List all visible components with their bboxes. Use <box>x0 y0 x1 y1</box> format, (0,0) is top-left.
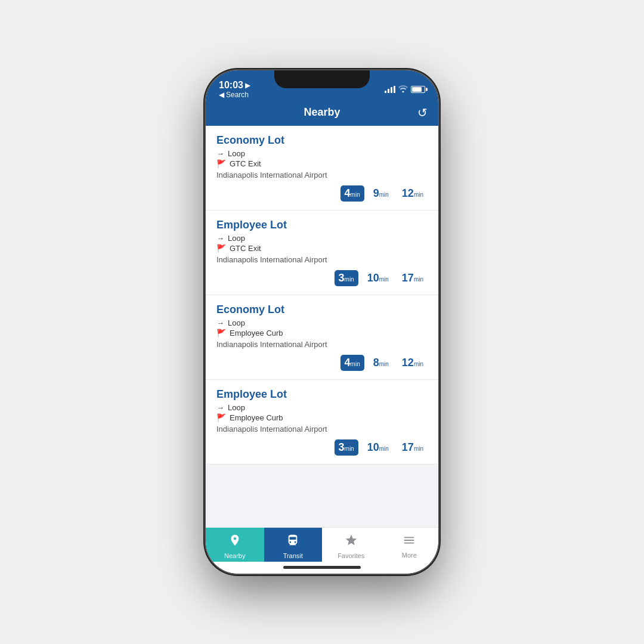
route-name-4: Employee Lot <box>216 388 428 401</box>
time-badge-3-2: 8min <box>369 355 393 371</box>
route-direction-2: → Loop <box>216 234 428 243</box>
direction-label-2: Loop <box>228 234 245 243</box>
time-display: 10:03 <box>219 80 243 91</box>
home-indicator <box>283 566 361 569</box>
empty-area <box>206 465 438 527</box>
stop-label-1: GTC Exit <box>230 159 261 168</box>
arrow-icon-2: → <box>216 234 224 243</box>
route-card-1[interactable]: Economy Lot → Loop 🚩 GTC Exit Indianapol… <box>206 126 438 210</box>
time-badge-2-2: 10min <box>363 270 393 286</box>
status-right <box>385 85 425 94</box>
battery-fill <box>412 87 422 92</box>
route-name-1: Economy Lot <box>216 134 428 147</box>
arrival-times-2: 3min 10min 17min <box>216 270 428 286</box>
time-badge-1-2: 9min <box>369 185 393 202</box>
route-airport-2: Indianapolis International Airport <box>216 255 428 264</box>
flag-icon-1: 🚩 <box>216 159 226 168</box>
route-card-4[interactable]: Employee Lot → Loop 🚩 Employee Curb Indi… <box>206 380 438 465</box>
back-icon: ◀ <box>219 91 224 99</box>
stop-label-2: GTC Exit <box>230 244 261 253</box>
time-badge-4-1: 3min <box>335 439 358 456</box>
direction-label-1: Loop <box>228 149 245 158</box>
favorites-label: Favorites <box>338 552 364 559</box>
transit-label: Transit <box>283 552 303 559</box>
time-badge-4-2: 10min <box>363 439 393 456</box>
tab-transit[interactable]: Transit <box>264 528 323 562</box>
route-stop-1: 🚩 GTC Exit <box>216 159 428 168</box>
arrival-times-4: 3min 10min 17min <box>216 439 428 456</box>
direction-label-4: Loop <box>228 403 245 412</box>
status-left: 10:03 ▶ ◀ Search <box>219 80 250 99</box>
flag-icon-4: 🚩 <box>216 413 226 422</box>
wifi-icon <box>398 85 408 94</box>
time-badge-1-1: 4min <box>340 185 364 202</box>
signal-icon <box>385 86 395 93</box>
time-badge-3-3: 12min <box>398 355 428 371</box>
refresh-button[interactable]: ↺ <box>417 106 428 120</box>
arrival-times-1: 4min 9min 12min <box>216 185 428 202</box>
route-card-3[interactable]: Economy Lot → Loop 🚩 Employee Curb India… <box>206 295 438 380</box>
tab-more[interactable]: More <box>380 528 439 562</box>
route-direction-4: → Loop <box>216 403 428 412</box>
route-stop-3: 🚩 Employee Curb <box>216 329 428 338</box>
time-badge-1-3: 12min <box>398 185 428 202</box>
time-badge-2-1: 3min <box>335 270 358 286</box>
transit-icon <box>286 534 299 550</box>
route-airport-1: Indianapolis International Airport <box>216 171 428 179</box>
page-title: Nearby <box>304 106 340 119</box>
time-badge-4-3: 17min <box>398 439 428 456</box>
more-label: More <box>402 552 417 559</box>
route-airport-3: Indianapolis International Airport <box>216 340 428 349</box>
location-arrow-icon: ▶ <box>245 82 250 89</box>
phone-screen: 10:03 ▶ ◀ Search <box>206 70 438 574</box>
more-icon <box>402 534 416 550</box>
route-name-2: Employee Lot <box>216 219 428 231</box>
stop-label-4: Employee Curb <box>230 413 283 422</box>
flag-icon-3: 🚩 <box>216 329 226 338</box>
route-airport-4: Indianapolis International Airport <box>216 425 428 434</box>
route-stop-4: 🚩 Employee Curb <box>216 413 428 422</box>
tab-nearby[interactable]: Nearby <box>206 528 264 562</box>
arrow-icon-1: → <box>216 149 224 158</box>
stop-label-3: Employee Curb <box>230 329 283 338</box>
back-label: Search <box>226 91 249 99</box>
route-stop-2: 🚩 GTC Exit <box>216 244 428 253</box>
time-badge-3-1: 4min <box>340 355 364 371</box>
nearby-label: Nearby <box>224 552 245 559</box>
tab-favorites[interactable]: Favorites <box>322 528 380 562</box>
favorites-icon <box>345 534 358 550</box>
battery-icon <box>411 86 425 93</box>
time-badge-2-3: 17min <box>398 270 428 286</box>
status-time: 10:03 ▶ <box>219 80 250 91</box>
arrow-icon-4: → <box>216 403 224 412</box>
route-direction-1: → Loop <box>216 149 428 158</box>
arrow-icon-3: → <box>216 318 224 327</box>
notch <box>274 70 370 88</box>
nav-bar: Nearby ↺ <box>206 101 438 126</box>
arrival-times-3: 4min 8min 12min <box>216 355 428 371</box>
flag-icon-2: 🚩 <box>216 244 226 253</box>
content-area: Economy Lot → Loop 🚩 GTC Exit Indianapol… <box>206 126 438 527</box>
nearby-icon <box>228 534 242 550</box>
direction-label-3: Loop <box>228 318 245 327</box>
phone-frame: 10:03 ▶ ◀ Search <box>206 70 438 574</box>
route-card-2[interactable]: Employee Lot → Loop 🚩 GTC Exit Indianapo… <box>206 210 438 295</box>
route-name-3: Economy Lot <box>216 304 428 316</box>
back-button[interactable]: ◀ Search <box>219 91 250 99</box>
route-direction-3: → Loop <box>216 318 428 327</box>
